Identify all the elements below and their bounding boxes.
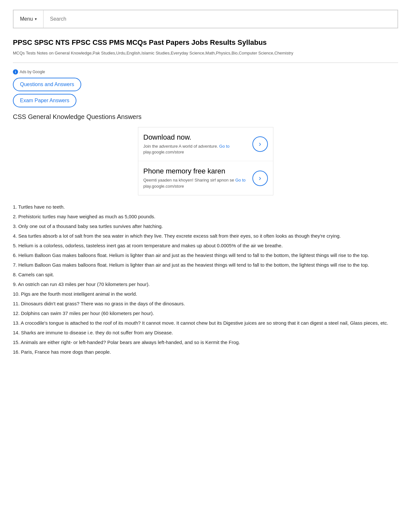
ad-banner: Download now. Join the adventure A world… (13, 127, 398, 195)
fact-item-5: 5. Helium is a colorless, odorless, tast… (13, 242, 398, 250)
main-content: PPSC SPSC NTS FPSC CSS PMS MCQs Past Pap… (13, 28, 398, 356)
ad-item-2-arrow-icon: › (252, 171, 268, 186)
ad-btn-exam[interactable]: Exam Paper Answers (13, 94, 76, 107)
divider (13, 63, 398, 63)
ad-banner-inner: Download now. Join the adventure A world… (138, 127, 273, 195)
fact-item-13: 13. A crocodile's tongue is attached to … (13, 319, 398, 327)
ad-item-1[interactable]: Download now. Join the adventure A world… (138, 127, 273, 161)
header: Menu ▾ (13, 10, 398, 28)
fact-item-3: 3. Only one out of a thousand baby sea t… (13, 222, 398, 230)
ad-btn-questions[interactable]: Questions and Answers (13, 78, 81, 91)
ads-label-row: i Ads by Google (13, 69, 398, 74)
fact-item-11: 11. Dinosaurs didn't eat grass? There wa… (13, 300, 398, 308)
fact-item-8: 8. Camels can spit. (13, 271, 398, 279)
ads-label-text: Ads by Google (20, 70, 45, 74)
ad-item-1-link: Go to (219, 144, 230, 149)
ad-item-1-arrow-icon: › (252, 136, 268, 152)
ad-buttons-container: Questions and Answers Exam Paper Answers (13, 78, 398, 107)
fact-item-15: 15. Animals are either right- or left-ha… (13, 339, 398, 346)
search-input[interactable] (44, 10, 397, 28)
chevron-down-icon: ▾ (35, 17, 37, 21)
fact-item-6: 6. Helium Balloon Gas makes balloons flo… (13, 251, 398, 259)
section-heading: CSS General Knowledge Questions Answers (13, 113, 398, 121)
fact-item-16: 16. Paris, France has more dogs than peo… (13, 348, 398, 356)
site-description: MCQs Tests Notes on General Knowledge,Pa… (13, 50, 398, 56)
fact-item-10: 10. Pigs are the fourth most intelligent… (13, 290, 398, 298)
fact-item-2: 2. Prehistoric turtles may have weighed … (13, 213, 398, 221)
ad-item-2[interactable]: Phone memory free karen Qeemti yaaden na… (138, 161, 273, 195)
ad-item-2-link: Go to (235, 178, 246, 182)
fact-item-14: 14. Sharks are immune to disease i.e. th… (13, 329, 398, 337)
ads-info-icon: i (13, 69, 18, 74)
fact-item-4: 4. Sea turtles absorb a lot of salt from… (13, 232, 398, 240)
menu-label: Menu (20, 16, 33, 22)
ad-item-1-desc: Join the adventure A world of adventure.… (143, 143, 249, 155)
menu-button[interactable]: Menu ▾ (14, 10, 44, 28)
ad-item-2-desc: Qeemti yaaden na khoyen! Sharing sirf ap… (143, 177, 249, 189)
fact-item-9: 9. An ostrich can run 43 miles per hour … (13, 281, 398, 288)
ad-item-2-title: Phone memory free karen (143, 167, 249, 175)
facts-list: 1. Turtles have no teeth.2. Prehistoric … (13, 203, 398, 356)
ad-item-2-text: Phone memory free karen Qeemti yaaden na… (143, 167, 249, 189)
fact-item-7: 7. Helium Balloon Gas makes balloons flo… (13, 261, 398, 269)
ad-item-1-title: Download now. (143, 133, 249, 142)
fact-item-1: 1. Turtles have no teeth. (13, 203, 398, 211)
ad-item-1-text: Download now. Join the adventure A world… (143, 133, 249, 155)
site-title: PPSC SPSC NTS FPSC CSS PMS MCQs Past Pap… (13, 38, 398, 47)
fact-item-12: 12. Dolphins can swim 37 miles per hour … (13, 310, 398, 317)
